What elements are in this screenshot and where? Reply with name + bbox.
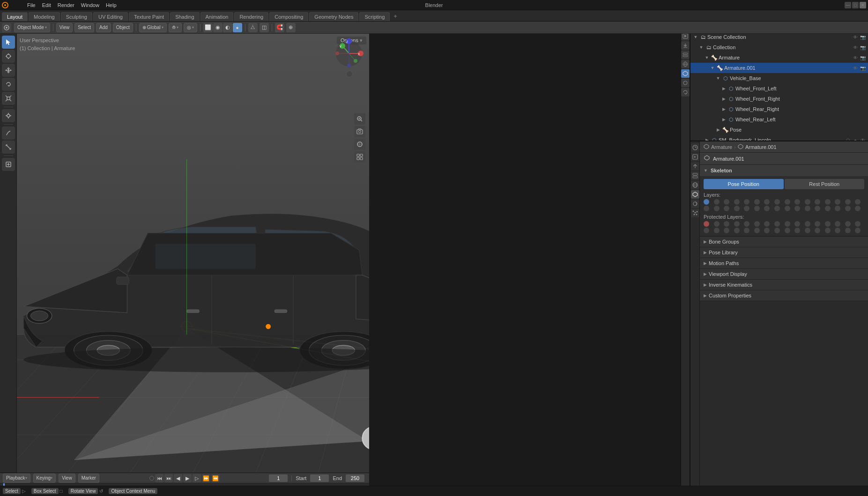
current-frame-input[interactable]: 1	[269, 474, 288, 482]
close-button[interactable]: ✕	[860, 2, 866, 8]
tree-item-sm-bodywork[interactable]: ▶ ⬡ SM_Bodywork_Lincoln ⬡ ● 👁	[690, 135, 868, 141]
solid-shading-btn[interactable]: ◉	[213, 23, 223, 32]
annotate-tool-btn[interactable]	[2, 126, 15, 140]
viewport-navigation-gizmo[interactable]: X Y Z	[334, 38, 364, 69]
select-tool-btn[interactable]	[2, 36, 15, 49]
xray-toggle[interactable]: ◫	[260, 23, 269, 32]
go-to-end-btn[interactable]: ⏪	[211, 474, 220, 482]
protected-layer-dot-22[interactable]	[764, 228, 770, 233]
protected-layer-dot-28[interactable]	[825, 228, 831, 233]
layer-dot-25[interactable]	[794, 206, 800, 211]
protected-layer-dot-6[interactable]	[764, 221, 770, 227]
overlay-toggle[interactable]: ⧊	[248, 23, 258, 32]
protected-layer-dot-20[interactable]	[744, 228, 749, 233]
protected-layer-dot-29[interactable]	[835, 228, 840, 233]
timeline-marker-menu[interactable]: Marker	[78, 474, 99, 483]
layer-dot-7[interactable]	[774, 199, 780, 205]
protected-layer-dot-5[interactable]	[754, 221, 760, 227]
protected-layer-dot-27[interactable]	[815, 228, 820, 233]
move-tool-btn[interactable]	[2, 64, 15, 77]
layer-dot-10[interactable]	[805, 199, 810, 205]
go-to-start-btn[interactable]: ⏮	[155, 474, 163, 482]
rotate-tool-btn[interactable]	[2, 78, 15, 91]
view-menu[interactable]: View	[56, 23, 73, 32]
layer-dot-9[interactable]	[794, 199, 800, 205]
protected-layer-dot-10[interactable]	[805, 221, 810, 227]
protected-layer-dot-23[interactable]	[774, 228, 780, 233]
tree-item-vehicle-base[interactable]: ▼ ⬡ Vehicle_Base	[690, 73, 868, 83]
protected-layer-dot-7[interactable]	[774, 221, 780, 227]
protected-layer-dot-24[interactable]	[785, 228, 790, 233]
menu-edit[interactable]: Edit	[39, 1, 54, 9]
layer-dot-21[interactable]	[754, 206, 760, 211]
wireframe-shading-btn[interactable]: ⬜	[203, 23, 213, 32]
prop-tab-particles[interactable]	[691, 209, 699, 217]
pose-position-btn[interactable]: Pose Position	[704, 179, 784, 189]
protected-layer-dot-17[interactable]	[714, 228, 720, 233]
protected-layer-dot-19[interactable]	[734, 228, 740, 233]
layer-dot-8[interactable]	[785, 199, 790, 205]
layer-dot-0[interactable]	[704, 199, 709, 205]
timeline-view-menu[interactable]: View	[59, 474, 75, 483]
tab-modeling[interactable]: Modeling	[29, 12, 60, 21]
render-toggle[interactable]: 📷	[860, 65, 866, 71]
prop-object-data-icon[interactable]	[681, 69, 690, 78]
layer-dot-17[interactable]	[714, 206, 720, 211]
gizmo-icon[interactable]: ⊕	[286, 23, 296, 32]
camera-view-btn[interactable]	[354, 126, 365, 137]
prop-view-layer-icon[interactable]	[681, 51, 690, 59]
protected-layer-dot-15[interactable]	[855, 221, 861, 227]
protected-layer-dot-31[interactable]	[855, 228, 861, 233]
tab-texture-paint[interactable]: Texture Paint	[129, 12, 169, 21]
protected-layer-dot-0[interactable]	[704, 221, 709, 227]
maximize-button[interactable]: □	[852, 2, 859, 8]
minimize-button[interactable]: —	[845, 2, 851, 8]
layer-dot-19[interactable]	[734, 206, 740, 211]
layer-dot-28[interactable]	[825, 206, 831, 211]
timeline-keying-menu[interactable]: Keying ▾	[33, 474, 56, 483]
material-icon[interactable]: ●	[852, 137, 859, 141]
tree-item-armature-001[interactable]: ▼ 🦴 Armature.001 👁 📷	[690, 63, 868, 73]
bone-groups-header[interactable]: ▶ Bone Groups	[700, 237, 868, 247]
protected-layer-dot-21[interactable]	[754, 228, 760, 233]
viewport-3d[interactable]: User Perspective (1) Collection | Armatu…	[17, 34, 369, 473]
menu-file[interactable]: File	[24, 1, 38, 9]
tree-item-wheel-fl[interactable]: ▶ ⬡ Wheel_Front_Left	[690, 83, 868, 94]
prop-output-icon[interactable]	[681, 41, 690, 50]
start-frame-input[interactable]: 1	[310, 474, 329, 482]
rendered-shading-btn[interactable]: ●	[233, 23, 242, 32]
prev-frame-btn[interactable]: ◀	[174, 474, 182, 482]
tab-compositing[interactable]: Compositing	[269, 12, 308, 21]
protected-layer-dot-3[interactable]	[734, 221, 740, 227]
prop-tab-view-layer[interactable]	[691, 171, 699, 180]
select-menu[interactable]: Select	[74, 23, 94, 32]
visibility-toggle[interactable]: 👁	[852, 65, 859, 71]
transform-tool-btn[interactable]	[2, 109, 15, 122]
motion-paths-header[interactable]: ▶ Motion Paths	[700, 258, 868, 268]
protected-layer-dot-18[interactable]	[724, 228, 729, 233]
tree-item-wheel-rr[interactable]: ▶ ⬡ Wheel_Rear_Right	[690, 104, 868, 114]
protected-layer-dot-25[interactable]	[794, 228, 800, 233]
end-frame-input[interactable]: 250	[346, 474, 364, 482]
tree-item-collection[interactable]: ▼ 🗂 Collection 👁 📷	[690, 42, 868, 52]
ik-header[interactable]: ▶ Inverse Kinematics	[700, 280, 868, 290]
prop-tab-output[interactable]	[691, 162, 699, 170]
visibility-toggle[interactable]: 👁	[860, 137, 866, 141]
tree-item-wheel-rl[interactable]: ▶ ⬡ Wheel_Rear_Left	[690, 114, 868, 125]
tab-geometry-nodes[interactable]: Geometry Nodes	[309, 12, 358, 21]
layer-dot-30[interactable]	[845, 206, 851, 211]
tab-animation[interactable]: Animation	[200, 12, 234, 21]
layer-dot-13[interactable]	[835, 199, 840, 205]
layer-dot-6[interactable]	[764, 199, 770, 205]
layer-dot-29[interactable]	[835, 206, 840, 211]
layer-dot-1[interactable]	[714, 199, 720, 205]
visibility-toggle[interactable]: 👁	[852, 44, 859, 51]
data-icon[interactable]: ⬡	[845, 137, 851, 141]
measure-tool-btn[interactable]	[2, 141, 15, 154]
layer-dot-31[interactable]	[855, 206, 861, 211]
layer-dot-18[interactable]	[724, 206, 729, 211]
layer-dot-16[interactable]	[704, 206, 709, 211]
layer-dot-2[interactable]	[724, 199, 729, 205]
prop-tab-scene[interactable]	[691, 143, 699, 152]
tab-uv-editing[interactable]: UV Editing	[93, 12, 128, 21]
